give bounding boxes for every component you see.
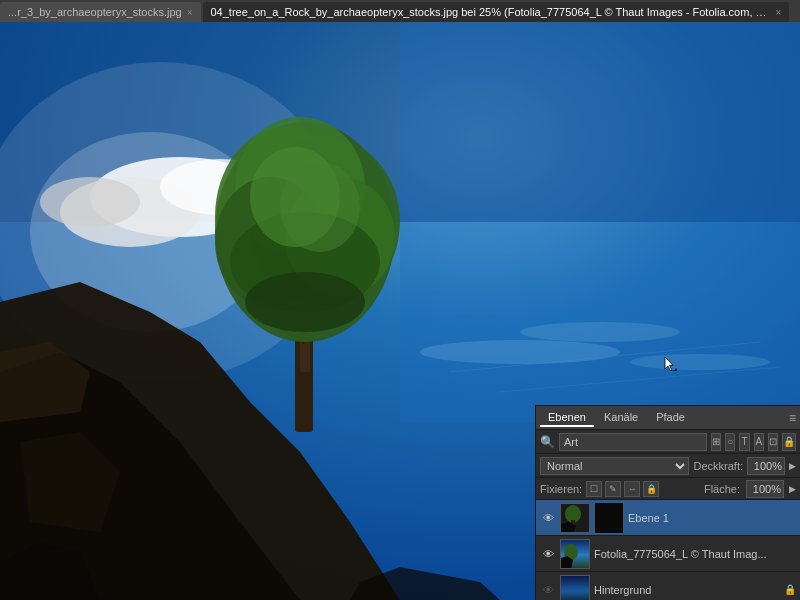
search-filter-shape[interactable]: A: [754, 433, 764, 451]
panel-tab-list: Ebenen Kanäle Pfade: [540, 409, 693, 427]
tab-kanaele[interactable]: Kanäle: [596, 409, 646, 427]
svg-rect-46: [595, 503, 623, 533]
layer-item-hintergrund[interactable]: 👁 Hintergrund 🔒: [536, 572, 800, 600]
layer-item-fotolia[interactable]: 👁 Fotolia_7775064_L © Thaut Imag...: [536, 536, 800, 572]
blend-row: Normal Auflösen Abdunkeln Multiplizieren…: [536, 454, 800, 478]
hintergrund-visibility[interactable]: 👁: [540, 582, 556, 598]
canvas-area: Ebenen Kanäle Pfade ≡ 🔍 ⊞ ○ T A ⊡ 🔒 Norm…: [0, 22, 800, 600]
panel-menu-icon[interactable]: ≡: [789, 411, 796, 425]
panel-tabs: Ebenen Kanäle Pfade ≡: [536, 406, 800, 430]
tab-2-close[interactable]: ×: [776, 7, 782, 18]
opacity-label: Deckkraft:: [693, 460, 743, 472]
search-filter-image[interactable]: ⊞: [711, 433, 721, 451]
layer-item-1[interactable]: 👁 Ebene 1: [536, 500, 800, 536]
layers-panel: Ebenen Kanäle Pfade ≡ 🔍 ⊞ ○ T A ⊡ 🔒 Norm…: [535, 405, 800, 600]
hintergrund-name: Hintergrund: [594, 584, 780, 596]
tab-ebenen[interactable]: Ebenen: [540, 409, 594, 427]
tab-2-label: 04_tree_on_a_Rock_by_archaeopteryx_stock…: [211, 6, 771, 18]
tab-1-close[interactable]: ×: [187, 7, 193, 18]
search-icon: 🔍: [540, 435, 555, 449]
lock-icons: ☐ ✎ ↔ 🔒: [586, 481, 659, 497]
tab-bar: ...r_3_by_archaeopteryx_stocks.jpg × 04_…: [0, 0, 800, 22]
search-row: 🔍 ⊞ ○ T A ⊡ 🔒: [536, 430, 800, 454]
search-filter-smart[interactable]: ⊡: [768, 433, 778, 451]
tab-pfade[interactable]: Pfade: [648, 409, 693, 427]
search-filter-text[interactable]: T: [739, 433, 749, 451]
svg-point-11: [630, 354, 770, 370]
svg-point-8: [40, 177, 140, 227]
layer-1-visibility[interactable]: 👁: [540, 510, 556, 526]
hintergrund-lock: 🔒: [784, 584, 796, 595]
layer-1-thumb: [560, 503, 590, 533]
hintergrund-thumb: [560, 575, 590, 601]
blend-mode-select[interactable]: Normal Auflösen Abdunkeln Multiplizieren: [540, 457, 689, 475]
layer-1-mask: [594, 503, 624, 533]
opacity-arrow[interactable]: ▶: [789, 461, 796, 471]
lock-all[interactable]: 🔒: [643, 481, 659, 497]
opacity-input[interactable]: [747, 457, 785, 475]
fill-arrow[interactable]: ▶: [789, 484, 796, 494]
svg-rect-50: [561, 576, 590, 601]
fill-label: Fläche:: [704, 483, 740, 495]
svg-point-10: [520, 322, 680, 342]
search-filter-lock[interactable]: 🔒: [782, 433, 796, 451]
fill-input[interactable]: [746, 480, 784, 498]
tab-2[interactable]: 04_tree_on_a_Rock_by_archaeopteryx_stock…: [203, 2, 790, 22]
svg-point-31: [245, 272, 365, 332]
svg-point-30: [280, 162, 360, 252]
search-input[interactable]: [559, 433, 707, 451]
tab-1[interactable]: ...r_3_by_archaeopteryx_stocks.jpg ×: [0, 2, 201, 22]
lock-transparent[interactable]: ☐: [586, 481, 602, 497]
lock-row: Fixieren: ☐ ✎ ↔ 🔒 Fläche: ▶: [536, 478, 800, 500]
fotolia-thumb: [560, 539, 590, 569]
lock-paint[interactable]: ✎: [605, 481, 621, 497]
layer-1-name: Ebene 1: [628, 512, 796, 524]
fotolia-name: Fotolia_7775064_L © Thaut Imag...: [594, 548, 796, 560]
fotolia-visibility[interactable]: 👁: [540, 546, 556, 562]
lock-move[interactable]: ↔: [624, 481, 640, 497]
svg-point-9: [420, 340, 620, 364]
tab-1-label: ...r_3_by_archaeopteryx_stocks.jpg: [8, 6, 182, 18]
search-filter-adjust[interactable]: ○: [725, 433, 735, 451]
lock-label: Fixieren:: [540, 483, 582, 495]
